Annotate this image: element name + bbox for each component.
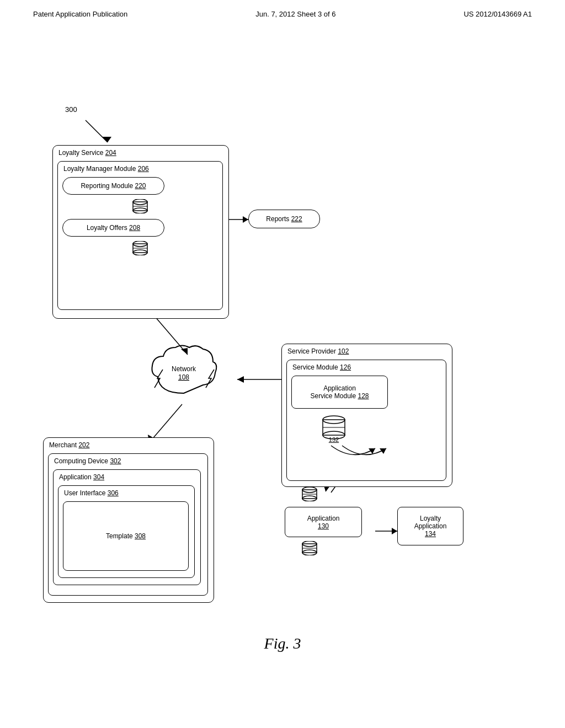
loyalty-application-label: LoyaltyApplication134 xyxy=(414,515,447,538)
loyalty-offers-label: Loyalty Offers 208 xyxy=(87,224,140,232)
db-icon-bottom xyxy=(132,241,148,258)
svg-marker-3 xyxy=(243,216,248,223)
service-module-box: Service Module 126 ApplicationService Mo… xyxy=(286,360,446,481)
loyalty-service-title: Loyalty Service 204 xyxy=(58,149,116,157)
template-box: Template 308 xyxy=(63,501,189,571)
loyalty-offers-box: Loyalty Offers 208 xyxy=(62,219,164,237)
reporting-module-box: Reporting Module 220 xyxy=(62,177,164,195)
loyalty-service-outer-box: Loyalty Service 204 Loyalty Manager Modu… xyxy=(52,145,229,319)
ref-300-label: 300 xyxy=(65,105,77,114)
user-interface-title: User Interface 306 xyxy=(64,489,119,497)
db-icon-below-app xyxy=(301,541,318,558)
service-provider-outer-box: Service Provider 102 Service Module 126 … xyxy=(281,344,452,487)
db-132-label: 132 xyxy=(329,436,339,443)
template-label: Template 308 xyxy=(106,532,146,540)
db-icon-top xyxy=(132,199,148,216)
header-left: Patent Application Publication xyxy=(33,10,127,18)
header-center: Jun. 7, 2012 Sheet 3 of 6 xyxy=(255,10,335,18)
service-module-title: Service Module 126 xyxy=(292,363,351,371)
header-right: US 2012/0143669 A1 xyxy=(463,10,532,18)
figure-caption: Fig. 3 xyxy=(264,635,301,652)
network-cloud: Network 108 xyxy=(148,341,220,404)
computing-device-title: Computing Device 302 xyxy=(54,457,121,465)
computing-device-box: Computing Device 302 Application 304 Use… xyxy=(48,453,208,596)
application-130-label: Application130 xyxy=(307,515,340,530)
application-130-box: Application130 xyxy=(285,507,362,537)
reports-box: Reports 222 xyxy=(248,210,320,228)
loyalty-manager-title: Loyalty Manager Module 206 xyxy=(63,165,149,173)
merchant-outer-box: Merchant 202 Computing Device 302 Applic… xyxy=(43,437,214,603)
network-label: Network xyxy=(172,365,196,373)
svg-line-0 xyxy=(86,120,108,142)
page-header: Patent Application Publication Jun. 7, 2… xyxy=(0,0,565,18)
db-icon-above-app xyxy=(301,487,318,504)
svg-marker-8 xyxy=(237,376,244,383)
merchant-title: Merchant 202 xyxy=(49,441,89,449)
db-132: 132 xyxy=(320,415,348,445)
loyalty-manager-outer-box: Loyalty Manager Module 206 Reporting Mod… xyxy=(57,161,223,310)
reporting-module-label: Reporting Module 220 xyxy=(81,182,146,190)
application-304-box: Application 304 User Interface 306 Templ… xyxy=(53,469,201,585)
application-304-title: Application 304 xyxy=(59,473,104,481)
network-num: 108 xyxy=(178,373,189,381)
app-service-module-box: ApplicationService Module 128 xyxy=(291,376,388,409)
loyalty-application-box: LoyaltyApplication134 xyxy=(397,507,463,545)
svg-marker-15 xyxy=(392,528,397,534)
reports-label: Reports 222 xyxy=(266,215,302,223)
svg-marker-1 xyxy=(102,137,111,142)
service-provider-title: Service Provider 102 xyxy=(287,347,349,355)
app-service-module-label: ApplicationService Module 128 xyxy=(310,384,369,400)
svg-text:108: 108 xyxy=(178,373,189,381)
diagram: 300 Loyalty Service 204 Loyalty Manager … xyxy=(0,24,565,686)
user-interface-box: User Interface 306 Template 308 xyxy=(58,485,195,578)
